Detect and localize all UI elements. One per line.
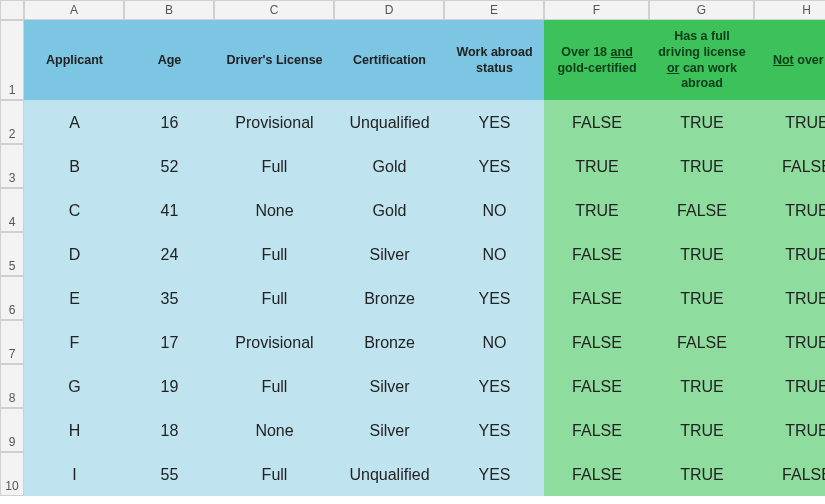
cell-over18-gold[interactable]: TRUE bbox=[544, 188, 649, 232]
cell-applicant[interactable]: C bbox=[24, 188, 124, 232]
cell-license[interactable]: Provisional bbox=[214, 100, 334, 144]
cell-full-or-abroad[interactable]: TRUE bbox=[649, 408, 754, 452]
cell-license[interactable]: Full bbox=[214, 276, 334, 320]
cell-certification[interactable]: Bronze bbox=[334, 320, 444, 364]
cell-applicant[interactable]: I bbox=[24, 452, 124, 496]
cell-applicant[interactable]: A bbox=[24, 100, 124, 144]
cell-over18-gold[interactable]: FALSE bbox=[544, 408, 649, 452]
cell-certification[interactable]: Gold bbox=[334, 144, 444, 188]
row-head-9[interactable]: 9 bbox=[0, 408, 24, 452]
cell-over18-gold[interactable]: FALSE bbox=[544, 276, 649, 320]
cell-applicant[interactable]: B bbox=[24, 144, 124, 188]
cell-certification[interactable]: Bronze bbox=[334, 276, 444, 320]
cell-not-over-50[interactable]: TRUE bbox=[754, 320, 825, 364]
cell-not-over-50[interactable]: TRUE bbox=[754, 100, 825, 144]
cell-certification[interactable]: Silver bbox=[334, 408, 444, 452]
header-certification[interactable]: Certification bbox=[334, 20, 444, 100]
header-over18-gold[interactable]: Over 18 and gold-certified bbox=[544, 20, 649, 100]
col-head-A[interactable]: A bbox=[24, 0, 124, 20]
col-head-F[interactable]: F bbox=[544, 0, 649, 20]
cell-work-abroad[interactable]: NO bbox=[444, 188, 544, 232]
cell-not-over-50[interactable]: FALSE bbox=[754, 452, 825, 496]
cell-age[interactable]: 17 bbox=[124, 320, 214, 364]
cell-over18-gold[interactable]: FALSE bbox=[544, 232, 649, 276]
cell-age[interactable]: 55 bbox=[124, 452, 214, 496]
select-all-corner[interactable] bbox=[0, 0, 24, 20]
cell-full-or-abroad[interactable]: TRUE bbox=[649, 232, 754, 276]
row-head-3[interactable]: 3 bbox=[0, 144, 24, 188]
cell-age[interactable]: 35 bbox=[124, 276, 214, 320]
header-age[interactable]: Age bbox=[124, 20, 214, 100]
row-head-5[interactable]: 5 bbox=[0, 232, 24, 276]
header-license[interactable]: Driver's License bbox=[214, 20, 334, 100]
cell-not-over-50[interactable]: TRUE bbox=[754, 408, 825, 452]
cell-applicant[interactable]: E bbox=[24, 276, 124, 320]
cell-over18-gold[interactable]: FALSE bbox=[544, 100, 649, 144]
cell-full-or-abroad[interactable]: TRUE bbox=[649, 276, 754, 320]
cell-full-or-abroad[interactable]: TRUE bbox=[649, 144, 754, 188]
cell-not-over-50[interactable]: TRUE bbox=[754, 276, 825, 320]
header-age-label: Age bbox=[158, 53, 182, 69]
cell-work-abroad[interactable]: YES bbox=[444, 100, 544, 144]
row-head-6[interactable]: 6 bbox=[0, 276, 24, 320]
cell-full-or-abroad[interactable]: FALSE bbox=[649, 188, 754, 232]
cell-license[interactable]: Full bbox=[214, 232, 334, 276]
cell-applicant[interactable]: H bbox=[24, 408, 124, 452]
cell-over18-gold[interactable]: FALSE bbox=[544, 364, 649, 408]
row-head-7[interactable]: 7 bbox=[0, 320, 24, 364]
cell-age[interactable]: 18 bbox=[124, 408, 214, 452]
cell-work-abroad[interactable]: YES bbox=[444, 408, 544, 452]
cell-not-over-50[interactable]: TRUE bbox=[754, 188, 825, 232]
header-work-abroad[interactable]: Work abroad status bbox=[444, 20, 544, 100]
row-head-2[interactable]: 2 bbox=[0, 100, 24, 144]
cell-work-abroad[interactable]: NO bbox=[444, 320, 544, 364]
cell-applicant[interactable]: G bbox=[24, 364, 124, 408]
cell-work-abroad[interactable]: YES bbox=[444, 452, 544, 496]
header-full-or-abroad[interactable]: Has a full driving license or can work a… bbox=[649, 20, 754, 100]
cell-license[interactable]: Full bbox=[214, 364, 334, 408]
col-head-G[interactable]: G bbox=[649, 0, 754, 20]
cell-applicant[interactable]: D bbox=[24, 232, 124, 276]
cell-applicant[interactable]: F bbox=[24, 320, 124, 364]
col-head-H[interactable]: H bbox=[754, 0, 825, 20]
cell-full-or-abroad[interactable]: TRUE bbox=[649, 452, 754, 496]
cell-license[interactable]: None bbox=[214, 188, 334, 232]
cell-age[interactable]: 19 bbox=[124, 364, 214, 408]
cell-license[interactable]: None bbox=[214, 408, 334, 452]
cell-certification[interactable]: Silver bbox=[334, 232, 444, 276]
cell-over18-gold[interactable]: FALSE bbox=[544, 320, 649, 364]
cell-age[interactable]: 16 bbox=[124, 100, 214, 144]
cell-not-over-50[interactable]: TRUE bbox=[754, 364, 825, 408]
cell-license[interactable]: Full bbox=[214, 452, 334, 496]
cell-not-over-50[interactable]: FALSE bbox=[754, 144, 825, 188]
header-applicant[interactable]: Applicant bbox=[24, 20, 124, 100]
cell-certification[interactable]: Gold bbox=[334, 188, 444, 232]
cell-certification[interactable]: Unqualified bbox=[334, 452, 444, 496]
cell-age[interactable]: 52 bbox=[124, 144, 214, 188]
cell-work-abroad[interactable]: YES bbox=[444, 276, 544, 320]
col-head-C[interactable]: C bbox=[214, 0, 334, 20]
cell-certification[interactable]: Silver bbox=[334, 364, 444, 408]
cell-full-or-abroad[interactable]: TRUE bbox=[649, 100, 754, 144]
cell-age[interactable]: 24 bbox=[124, 232, 214, 276]
cell-over18-gold[interactable]: TRUE bbox=[544, 144, 649, 188]
cell-license[interactable]: Full bbox=[214, 144, 334, 188]
col-head-B[interactable]: B bbox=[124, 0, 214, 20]
row-head-8[interactable]: 8 bbox=[0, 364, 24, 408]
cell-work-abroad[interactable]: YES bbox=[444, 364, 544, 408]
cell-work-abroad[interactable]: NO bbox=[444, 232, 544, 276]
cell-full-or-abroad[interactable]: TRUE bbox=[649, 364, 754, 408]
cell-work-abroad[interactable]: YES bbox=[444, 144, 544, 188]
row-head-10[interactable]: 10 bbox=[0, 452, 24, 496]
row-head-1[interactable]: 1 bbox=[0, 20, 24, 100]
row-head-4[interactable]: 4 bbox=[0, 188, 24, 232]
cell-full-or-abroad[interactable]: FALSE bbox=[649, 320, 754, 364]
cell-age[interactable]: 41 bbox=[124, 188, 214, 232]
col-head-D[interactable]: D bbox=[334, 0, 444, 20]
header-not-over-50[interactable]: Not over 50 bbox=[754, 20, 825, 100]
col-head-E[interactable]: E bbox=[444, 0, 544, 20]
cell-over18-gold[interactable]: FALSE bbox=[544, 452, 649, 496]
cell-certification[interactable]: Unqualified bbox=[334, 100, 444, 144]
cell-license[interactable]: Provisional bbox=[214, 320, 334, 364]
cell-not-over-50[interactable]: TRUE bbox=[754, 232, 825, 276]
